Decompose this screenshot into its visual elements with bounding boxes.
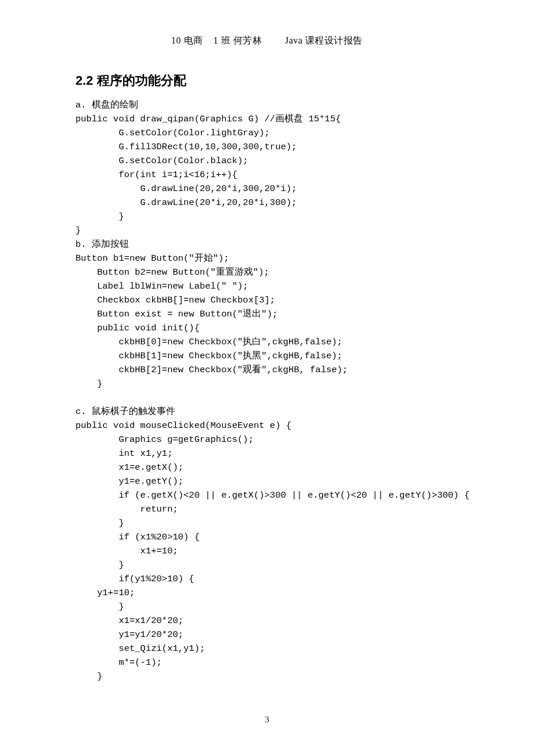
- code-body: a. 棋盘的绘制 public void draw_qipan(Graphics…: [75, 98, 459, 683]
- header-right: Java 课程设计报告: [285, 35, 363, 45]
- page: 10 电商1 班 何芳林Java 课程设计报告 2.2 程序的功能分配 a. 棋…: [0, 0, 534, 756]
- page-header: 10 电商1 班 何芳林Java 课程设计报告: [75, 34, 459, 48]
- header-mid: 1 班 何芳林: [214, 35, 262, 45]
- section-heading: 2.2 程序的功能分配: [75, 71, 459, 90]
- page-number: 3: [0, 713, 534, 726]
- header-left: 10 电商: [171, 35, 203, 45]
